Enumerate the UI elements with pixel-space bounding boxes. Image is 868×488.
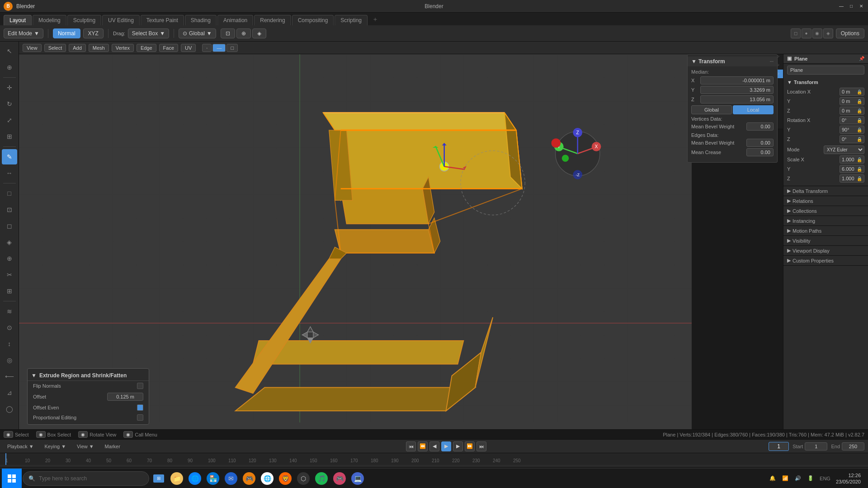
collections-section[interactable]: ▶ Collections <box>783 206 868 216</box>
tab-shading[interactable]: Shading <box>185 15 217 25</box>
edit-mode-dropdown[interactable]: Edit Mode ▼ <box>4 28 43 38</box>
store-icon[interactable]: 🏪 <box>204 470 222 487</box>
volume-icon[interactable]: 🔊 <box>793 473 803 484</box>
mode-select[interactable]: XYZ Euler <box>824 145 864 154</box>
edge-menu[interactable]: Edge <box>137 44 156 52</box>
scale-z-value[interactable]: 1.000 🔒 <box>840 174 864 183</box>
poly-build-tool[interactable]: ⊞ <box>2 283 17 299</box>
taskbar-search[interactable]: 🔍 Type here to search <box>23 471 149 486</box>
lock-icon[interactable]: 🔒 <box>857 89 862 94</box>
shading-xyz-button[interactable]: XYZ <box>83 28 104 38</box>
scale-x-value[interactable]: 1.000 🔒 <box>840 155 864 164</box>
app-icon-2[interactable]: 🎮 <box>331 470 348 487</box>
transform-pivot-dropdown[interactable]: ⊙ Global ▼ <box>179 28 216 38</box>
playback-menu[interactable]: Playback ▼ <box>4 443 38 450</box>
vertices-bevel-value[interactable]: 0.00 <box>746 122 774 131</box>
delta-transform-section[interactable]: ▶ Delta Transform <box>783 186 868 196</box>
play-button[interactable]: ▶ <box>441 441 451 451</box>
tab-scripting[interactable]: Scripting <box>335 15 368 25</box>
edge-icon[interactable]: 🌐 <box>186 470 203 487</box>
language-indicator[interactable]: ENG <box>818 476 832 481</box>
bevel-tool[interactable]: ◈ <box>2 235 17 250</box>
step-back-button[interactable]: ◀ <box>429 441 439 451</box>
measure-tool[interactable]: ↔ <box>2 165 17 181</box>
lock-icon[interactable]: 🔒 <box>857 108 862 113</box>
custom-properties-section[interactable]: ▶ Custom Properties <box>783 256 868 266</box>
vertex-select-mode[interactable]: · <box>202 44 212 52</box>
to-sphere-tool[interactable]: ◯ <box>2 401 17 417</box>
add-workspace-button[interactable]: ＋ <box>368 14 382 25</box>
vertex-menu[interactable]: Vertex <box>112 44 134 52</box>
step-forward-button[interactable]: ▶ <box>453 441 463 451</box>
knife-tool[interactable]: ✂ <box>2 267 17 282</box>
global-button[interactable]: Global <box>691 105 732 114</box>
x-value[interactable]: -0.000001 m <box>700 76 774 84</box>
snap-toggle[interactable]: ⊡ <box>221 28 235 38</box>
maximize-button[interactable]: □ <box>848 3 854 9</box>
close-button[interactable]: ✕ <box>858 3 864 9</box>
mesh-menu[interactable]: Mesh <box>89 44 109 52</box>
cursor-tool[interactable]: ⊕ <box>2 60 17 75</box>
material-mode-button[interactable]: ◉ <box>812 28 822 38</box>
tab-rendering[interactable]: Rendering <box>254 15 291 25</box>
edges-bevel-value[interactable]: 0.00 <box>746 139 774 147</box>
location-z-value[interactable]: 0 m 🔒 <box>840 107 864 115</box>
offset-even-checkbox[interactable] <box>137 404 143 411</box>
move-tool[interactable]: ✛ <box>2 80 17 95</box>
transform-panel-header[interactable]: ▼ Transform ··· <box>688 56 777 66</box>
jump-to-start-button[interactable]: ⏮ <box>406 441 416 451</box>
visibility-section[interactable]: ▶ Visibility <box>783 236 868 246</box>
motion-paths-section[interactable]: ▶ Motion Paths <box>783 226 868 236</box>
transform-tool[interactable]: ⊞ <box>2 129 17 144</box>
jump-to-next-button[interactable]: ⏩ <box>465 441 475 451</box>
brave-icon[interactable]: 🦁 <box>277 470 294 487</box>
randomize-tool[interactable]: ⊙ <box>2 320 17 335</box>
tab-modeling[interactable]: Modeling <box>33 15 66 25</box>
inset-tool[interactable]: ◻ <box>2 218 17 234</box>
location-y-value[interactable]: 0 m 🔒 <box>840 97 864 105</box>
task-view-button[interactable]: ⊞ <box>150 470 167 487</box>
tab-compositing[interactable]: Compositing <box>292 15 334 25</box>
drag-mode-dropdown[interactable]: Select Box ▼ <box>128 28 169 38</box>
select-tool[interactable]: ↖ <box>2 43 17 59</box>
jump-to-prev-button[interactable]: ⏪ <box>418 441 428 451</box>
battery-icon[interactable]: 🔋 <box>805 473 816 484</box>
proportional-toggle[interactable]: ⊕ <box>236 28 251 38</box>
solid-mode-button[interactable]: ● <box>802 28 811 38</box>
notifications-icon[interactable]: 🔔 <box>767 473 778 484</box>
rotation-z-value[interactable]: 0° 🔒 <box>840 135 864 143</box>
start-button[interactable] <box>2 469 22 488</box>
transform-section-header[interactable]: ▼ Transform <box>787 78 864 86</box>
spotify-icon[interactable]: 🎵 <box>313 470 330 487</box>
z-value[interactable]: 13.056 m <box>700 95 774 103</box>
add-cube-tool[interactable]: □ <box>2 186 17 201</box>
wireframe-mode-button[interactable]: ◻ <box>791 28 801 38</box>
tab-sculpting[interactable]: Sculpting <box>67 15 101 25</box>
lock-icon[interactable]: 🔒 <box>857 167 862 172</box>
lock-icon[interactable]: 🔒 <box>857 157 862 162</box>
blender-icon[interactable]: 🎮 <box>241 470 258 487</box>
smooth-tool[interactable]: ≋ <box>2 304 17 319</box>
app-icon-3[interactable]: 💻 <box>349 470 366 487</box>
viewport-display-section[interactable]: ▶ Viewport Display <box>783 246 868 256</box>
lock-icon[interactable]: 🔒 <box>857 176 862 181</box>
rotate-tool[interactable]: ↻ <box>2 96 17 112</box>
snap-options[interactable]: ◈ <box>252 28 266 38</box>
object-name-field[interactable] <box>783 64 868 76</box>
unreal-icon[interactable]: ⬡ <box>295 470 312 487</box>
network-icon[interactable]: 📶 <box>780 473 791 484</box>
edge-slide-tool[interactable]: ↕ <box>2 336 17 352</box>
mean-crease-value[interactable]: 0.00 <box>746 148 774 156</box>
extrude-tool[interactable]: ⊡ <box>2 202 17 217</box>
tab-texture-paint[interactable]: Texture Paint <box>141 15 184 25</box>
face-select-mode[interactable]: □ <box>226 44 238 52</box>
scale-y-value[interactable]: 6.000 🔒 <box>840 165 864 173</box>
flip-normals-checkbox[interactable] <box>137 383 143 389</box>
shear-tool[interactable]: ⊿ <box>2 385 17 400</box>
start-value[interactable]: 1 <box>805 442 827 450</box>
y-value[interactable]: 3.3269 m <box>700 86 774 94</box>
jump-to-end-button[interactable]: ⏭ <box>476 441 486 451</box>
shrink-fatten-tool[interactable]: ◎ <box>2 352 17 368</box>
current-frame-input[interactable]: 1 <box>769 442 789 451</box>
instancing-section[interactable]: ▶ Instancing <box>783 216 868 226</box>
